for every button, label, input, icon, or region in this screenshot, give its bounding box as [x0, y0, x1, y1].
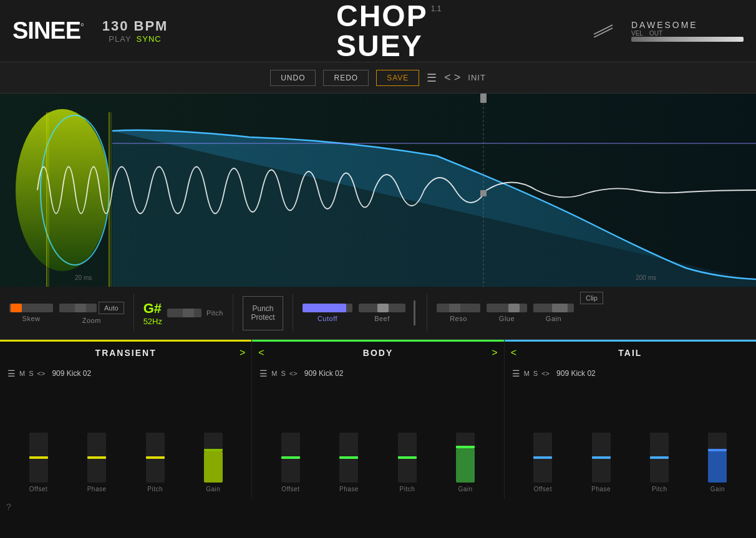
- tail-offset-label: Offset: [533, 486, 552, 492]
- divider-2: [233, 294, 233, 332]
- glue-slider[interactable]: [487, 304, 527, 312]
- tail-title: TAIL: [618, 348, 642, 358]
- zoom-slider[interactable]: [59, 304, 97, 312]
- save-button[interactable]: SAVE: [376, 70, 419, 86]
- body-arrow-left[interactable]: <: [258, 347, 264, 358]
- transient-section: TRANSIENT > ☰ M S <> 909 Kick 02 Offset …: [0, 340, 252, 499]
- transient-m[interactable]: M: [19, 370, 25, 377]
- tail-sample-name: 909 Kick 02: [556, 369, 596, 378]
- waveform-display[interactable]: 20 ms 200 ms: [0, 94, 756, 287]
- body-gain-slider[interactable]: [456, 433, 475, 483]
- tail-m[interactable]: M: [524, 370, 530, 377]
- punch-protect-button[interactable]: Punch Protect: [243, 296, 283, 330]
- body-title: BODY: [363, 348, 393, 358]
- tail-pitch-slider[interactable]: [650, 433, 669, 483]
- tail-phase-slider[interactable]: [592, 433, 611, 483]
- time-markers: 20 ms 200 ms: [0, 271, 756, 284]
- sync-text[interactable]: SYNC: [137, 34, 162, 44]
- undo-button[interactable]: UNDO: [270, 70, 316, 86]
- beef-label: Beef: [374, 315, 390, 322]
- logo-text: SINEE: [12, 17, 80, 44]
- transient-header: TRANSIENT >: [0, 340, 251, 366]
- tail-offset-slider[interactable]: [533, 433, 552, 483]
- tail-arrow-left[interactable]: <: [511, 347, 516, 358]
- transient-gain-slider-group: Gain: [204, 433, 223, 492]
- divider-4: [427, 294, 427, 332]
- transient-gain-slider[interactable]: [204, 433, 223, 483]
- tail-sliders: Offset Phase Pitch Gain: [505, 381, 756, 499]
- body-header: < BODY >: [252, 340, 503, 366]
- transient-menu-icon[interactable]: ☰: [7, 368, 16, 378]
- transient-title: TRANSIENT: [95, 348, 157, 358]
- transient-phase-label: Phase: [87, 486, 107, 492]
- svg-rect-12: [480, 190, 487, 196]
- gain-slider[interactable]: [533, 304, 574, 312]
- pitch-freq: 52Hz: [143, 317, 162, 326]
- controls-bar: Skew Auto Zoom G# 52Hz Pitch Punch Prote…: [0, 287, 756, 340]
- level-bar: [631, 37, 744, 42]
- transient-arrow-right[interactable]: >: [240, 347, 245, 358]
- transient-nav[interactable]: <>: [37, 370, 46, 377]
- svg-rect-11: [480, 94, 487, 103]
- time-200ms: 200 ms: [636, 274, 656, 281]
- redo-button[interactable]: REDO: [323, 70, 369, 86]
- transient-pitch-slider[interactable]: [146, 433, 165, 483]
- nav-arrows-icon[interactable]: < >: [444, 71, 460, 84]
- gain-control: Gain: [533, 304, 574, 322]
- skew-slider[interactable]: [9, 304, 53, 312]
- beef-slider[interactable]: [359, 304, 405, 312]
- tail-header: < TAIL: [505, 340, 756, 366]
- out-label: OUT: [649, 30, 662, 37]
- tail-controls: ☰ M S <> 909 Kick 02: [505, 366, 756, 381]
- clip-button[interactable]: Clip: [580, 292, 603, 304]
- body-nav[interactable]: <>: [289, 370, 298, 377]
- transient-pitch-label: Pitch: [147, 486, 163, 492]
- tail-pitch-slider-group: Pitch: [650, 433, 669, 492]
- body-phase-label: Phase: [339, 486, 359, 492]
- body-phase-slider[interactable]: [339, 433, 358, 483]
- transient-s[interactable]: S: [29, 370, 33, 377]
- body-phase-slider-group: Phase: [339, 433, 359, 492]
- waveform-svg: [0, 94, 756, 287]
- reso-slider[interactable]: [437, 304, 480, 312]
- transient-phase-slider-group: Phase: [87, 433, 107, 492]
- cutoff-slider[interactable]: [303, 304, 352, 312]
- body-offset-slider[interactable]: [281, 433, 300, 483]
- reso-control: Reso: [437, 304, 480, 322]
- auto-button[interactable]: Auto: [99, 302, 124, 314]
- body-m[interactable]: M: [271, 370, 277, 377]
- skew-label: Skew: [22, 315, 41, 322]
- tail-nav[interactable]: <>: [541, 370, 550, 377]
- transient-offset-slider[interactable]: [29, 433, 48, 483]
- transient-sliders: Offset Phase Pitch Gain: [0, 381, 251, 499]
- help-button[interactable]: ?: [6, 502, 11, 512]
- body-gain-label: Gain: [458, 486, 473, 492]
- logo: SINEE°: [12, 17, 84, 44]
- app-title-line2: SUEY: [336, 31, 428, 61]
- tail-menu-icon[interactable]: ☰: [512, 368, 520, 378]
- reso-label: Reso: [450, 315, 467, 322]
- body-sliders: Offset Phase Pitch Gain: [252, 381, 503, 499]
- zoom-control: Auto Zoom: [59, 302, 124, 324]
- transient-pitch-slider-group: Pitch: [146, 433, 165, 492]
- pitch-note: G#: [143, 300, 162, 317]
- brand-section: DAWESOME VEL OUT: [591, 20, 744, 42]
- body-pitch-slider[interactable]: [398, 433, 417, 483]
- body-arrow-right[interactable]: >: [492, 347, 497, 358]
- body-gain-slider-group: Gain: [456, 433, 475, 492]
- body-s[interactable]: S: [281, 370, 286, 377]
- menu-icon[interactable]: ☰: [427, 71, 437, 85]
- init-label[interactable]: INIT: [468, 73, 486, 82]
- tail-phase-slider-group: Phase: [591, 433, 611, 492]
- body-menu-icon[interactable]: ☰: [259, 368, 268, 378]
- pitch-slider[interactable]: [167, 309, 201, 317]
- tail-s[interactable]: S: [533, 370, 538, 377]
- glue-label: Glue: [499, 315, 515, 322]
- brand-icon: [591, 22, 616, 37]
- tail-gain-slider[interactable]: [708, 433, 727, 483]
- punch-protect-label: Punch Protect: [251, 304, 274, 322]
- skew-control: Skew: [9, 304, 53, 322]
- tail-phase-label: Phase: [591, 486, 611, 492]
- body-offset-slider-group: Offset: [281, 433, 300, 492]
- transient-phase-slider[interactable]: [87, 433, 106, 483]
